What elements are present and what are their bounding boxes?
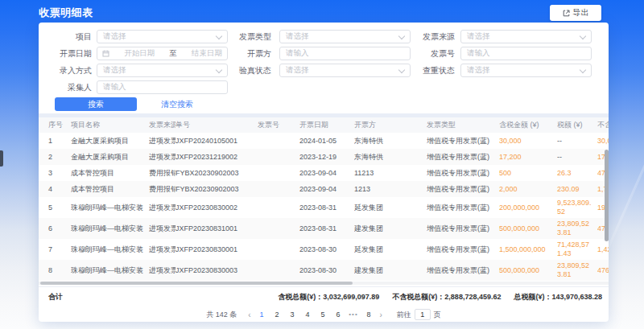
table-cell: 2023-12-19	[299, 149, 354, 165]
table-cell: --	[557, 149, 597, 165]
table-cell: 2023-08-30	[299, 260, 354, 281]
table-cell: 成本管控项目	[71, 181, 149, 197]
filter-label-invoice-type: 发票类型	[228, 31, 271, 43]
dup-check-status-select[interactable]: 请选择	[460, 64, 592, 77]
table-cell: 珠穆朗玛峰—电梯安装	[71, 239, 149, 260]
page-number[interactable]: 4	[302, 310, 314, 319]
horizontal-scrollbar	[39, 282, 609, 285]
page-number[interactable]: 6	[332, 310, 345, 319]
filter-label-collector: 采集人	[39, 82, 92, 93]
table-cell: 2	[39, 149, 71, 165]
table-row: 7珠穆朗玛峰—电梯安装进项发票JXFP202308300012023-08-30…	[39, 239, 609, 260]
date-separator: 至	[169, 48, 177, 59]
table-cell: 费用报销	[149, 165, 175, 181]
search-button[interactable]: 搜索	[55, 97, 137, 111]
summary-tax-exclusive: 不含税总额(¥)：2,888,728,459.62	[392, 292, 501, 302]
table-header-row: 序号项目名称发票来源单号发票号开票日期开票方发票类型含税金额 (¥)税额 (¥)…	[39, 117, 609, 133]
table-cell: 476,190,476.19	[597, 260, 609, 281]
invoice-table: 序号项目名称发票来源单号发票号开票日期开票方发票类型含税金额 (¥)税额 (¥)…	[39, 117, 609, 281]
summary-total-tax: 总税额(¥)：143,970,638.28	[514, 292, 602, 302]
next-page-arrow[interactable]: ›	[380, 310, 382, 319]
filter-panel: 项目 请选择 发票类型 请选择 发票来源 请选择 开票日期 开始日期	[39, 23, 609, 111]
page-number[interactable]: 2	[271, 310, 283, 319]
table-cell: 2024-01-05	[299, 133, 354, 149]
table-cell: 成本管控项目	[71, 165, 149, 181]
table-cell: 增值税专用发票(蓝)	[427, 165, 499, 181]
pagination: 共 142 条 ‹ 123456•••8 › 前往 1 页	[39, 306, 609, 322]
table-cell: 增值税专用发票(蓝)	[427, 181, 499, 197]
invoice-date-range-picker[interactable]: 开始日期 至 结束日期	[97, 47, 228, 60]
table-cell: 1,428,571,428.57	[597, 239, 609, 260]
vertical-scrollbar-thumb[interactable]	[605, 150, 609, 241]
table-cell	[258, 133, 299, 149]
page-number[interactable]: 8	[363, 310, 375, 319]
column-header: 发票来源	[149, 117, 175, 133]
page-number[interactable]: 3	[287, 310, 299, 319]
invoice-no-input[interactable]: 请输入	[460, 47, 592, 60]
goto-label: 前往	[397, 310, 411, 320]
table-cell: 8	[39, 260, 71, 281]
collector-input[interactable]: 请输入	[97, 80, 228, 94]
side-dock-handle[interactable]	[0, 150, 3, 167]
table-cell: JXFP20230830002	[175, 197, 258, 218]
table-cell: 建发集团	[354, 260, 427, 281]
table-cell: 1,500,000,000	[499, 239, 557, 260]
project-select[interactable]: 请选择	[97, 30, 228, 43]
table-cell	[258, 165, 299, 181]
table-cell: 进项发票	[149, 260, 175, 281]
export-icon	[563, 10, 570, 17]
table-cell: 金融大厦采购项目	[71, 133, 149, 149]
invoice-source-select[interactable]: 请选择	[460, 30, 592, 43]
verify-status-select[interactable]: 请选择	[279, 64, 411, 77]
table-cell: 增值税专用发票(蓝)	[427, 197, 499, 218]
page-number[interactable]: 1	[256, 310, 268, 319]
column-header: 发票号	[258, 117, 299, 133]
export-label: 导出	[573, 7, 589, 19]
column-header: 发票类型	[427, 117, 499, 133]
table-cell: 71,428,571.43	[557, 239, 597, 260]
table-cell: JXFP20231219002	[175, 149, 258, 165]
table-cell: 2023-09-04	[299, 165, 354, 181]
filter-label-dup-check-status: 查重状态	[411, 65, 455, 76]
invoice-type-select[interactable]: 请选择	[279, 30, 411, 43]
table-cell: 增值税专用发票(蓝)	[427, 239, 499, 260]
table-row: 8珠穆朗玛峰—电梯安装进项发票JXFP202308300032023-08-30…	[39, 260, 609, 281]
table-cell: 4	[39, 181, 71, 197]
chevron-down-icon	[580, 66, 586, 72]
table-cell: 进项发票	[149, 133, 175, 149]
table-cell	[258, 239, 299, 260]
table-cell: 增值税专用发票(蓝)	[427, 218, 499, 239]
prev-page-arrow[interactable]: ‹	[248, 310, 250, 319]
column-header: 开票方	[354, 117, 427, 133]
table-cell: 500	[499, 165, 557, 181]
table-cell: JXFP20230831001	[175, 218, 258, 239]
table-cell: JXFP20230830003	[175, 260, 258, 281]
entry-method-select[interactable]: 请选择	[97, 64, 228, 77]
filter-label-invoice-source: 发票来源	[411, 31, 455, 43]
table-row: 5珠穆朗玛峰—电梯安装进项发票JXFP202308300022023-08-31…	[39, 197, 609, 218]
clear-search-button[interactable]: 清空搜索	[161, 99, 193, 110]
table-cell: 2023-08-31	[299, 197, 354, 218]
table-cell: 进项发票	[149, 197, 175, 218]
filter-label-entry-method: 录入方式	[39, 65, 92, 76]
column-header: 税额 (¥)	[557, 117, 597, 133]
table-row: 2金融大厦采购项目进项发票JXFP202312190022023-12-19东海…	[39, 149, 609, 165]
column-header: 含税金额 (¥)	[499, 117, 557, 133]
table-cell	[258, 260, 299, 281]
export-button[interactable]: 导出	[550, 5, 601, 21]
table-row: 6珠穆朗玛峰—电梯安装进项发票JXFP202308310012023-08-31…	[39, 218, 609, 239]
table-cell	[258, 149, 299, 165]
table-cell: 金融大厦采购项目	[71, 149, 149, 165]
table-cell: 2,000	[499, 181, 557, 197]
column-header: 序号	[39, 117, 71, 133]
table-row: 4成本管控项目费用报销FYBX202309020032023-09-041213…	[39, 181, 609, 197]
table-cell: --	[557, 133, 597, 149]
table-cell: 17,200	[499, 149, 557, 165]
chevron-down-icon	[216, 32, 222, 39]
goto-page-input[interactable]: 1	[415, 309, 431, 320]
issuer-input[interactable]: 请输入	[279, 47, 411, 60]
table-cell: 东海特供	[354, 149, 427, 165]
start-date-placeholder: 开始日期	[124, 48, 155, 59]
horizontal-scrollbar-thumb[interactable]	[40, 282, 353, 285]
page-number[interactable]: 5	[317, 310, 329, 319]
